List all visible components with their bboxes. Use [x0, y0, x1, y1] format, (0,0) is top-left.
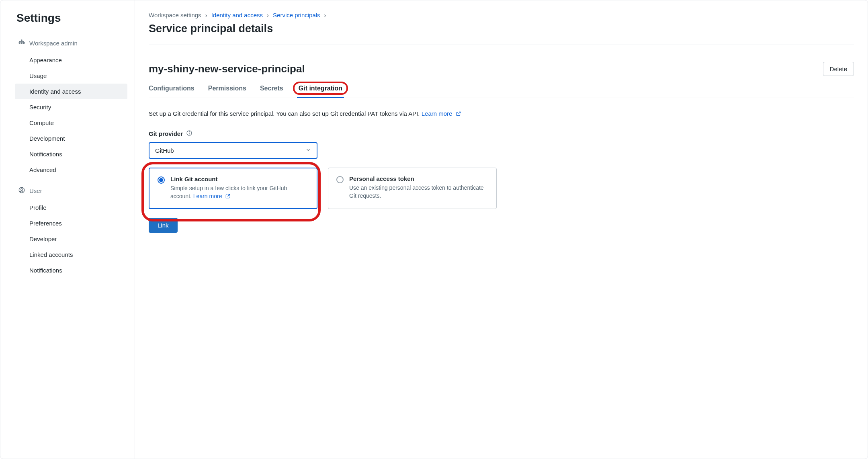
sidebar-item-preferences[interactable]: Preferences — [15, 215, 127, 231]
tab-configurations[interactable]: Configurations — [149, 80, 194, 98]
radio-title: Personal access token — [349, 175, 488, 182]
sidebar-item-compute[interactable]: Compute — [15, 115, 127, 131]
svg-point-5 — [21, 189, 23, 191]
svg-rect-1 — [21, 42, 23, 43]
external-link-icon — [225, 193, 231, 201]
sidebar-item-advanced[interactable]: Advanced — [15, 162, 127, 178]
svg-rect-2 — [23, 42, 25, 43]
select-value: GitHub — [155, 147, 174, 154]
chevron-right-icon: › — [324, 12, 326, 18]
description-text: Set up a Git credential for this service… — [149, 110, 422, 117]
sidebar-item-security[interactable]: Security — [15, 99, 127, 115]
learn-more-link[interactable]: Learn more — [193, 193, 231, 199]
auth-option-link-git-account[interactable]: Link Git account Simple setup in a few c… — [149, 168, 317, 209]
sidebar-item-profile[interactable]: Profile — [15, 200, 127, 215]
sidebar-item-linked-accounts[interactable]: Linked accounts — [15, 247, 127, 262]
sidebar-section-label: Workspace admin — [29, 40, 78, 47]
svg-point-8 — [189, 131, 189, 132]
main-content: Workspace settings › Identity and access… — [135, 0, 868, 459]
tab-label: Git integration — [299, 85, 342, 92]
sidebar-title: Settings — [15, 12, 127, 25]
sidebar-item-appearance[interactable]: Appearance — [15, 52, 127, 68]
radio-desc-text: Use an existing personal access token to… — [349, 184, 484, 199]
sidebar-item-identity-and-access[interactable]: Identity and access — [15, 84, 127, 99]
git-provider-select[interactable]: GitHub — [149, 142, 317, 159]
entity-name: my-shiny-new-service-principal — [149, 63, 305, 75]
sidebar-item-usage[interactable]: Usage — [15, 68, 127, 84]
sidebar-item-development[interactable]: Development — [15, 131, 127, 146]
learn-more-label: Learn more — [422, 110, 452, 117]
breadcrumb-service-principals[interactable]: Service principals — [273, 12, 320, 18]
radio-icon — [158, 176, 165, 184]
git-integration-description: Set up a Git credential for this service… — [149, 109, 854, 119]
auth-method-options: Link Git account Simple setup in a few c… — [149, 168, 854, 209]
user-icon — [18, 186, 25, 195]
workspace-admin-icon — [18, 39, 25, 47]
highlight-annotation: Git integration — [293, 82, 348, 95]
svg-point-3 — [21, 40, 22, 41]
sidebar-item-user-notifications[interactable]: Notifications — [15, 262, 127, 278]
breadcrumb-identity-and-access[interactable]: Identity and access — [211, 12, 263, 18]
page-title: Service principal details — [149, 23, 854, 45]
sidebar-section-label: User — [29, 187, 42, 194]
git-provider-label: Git provider — [149, 130, 854, 137]
tabs: Configurations Permissions Secrets Git i… — [149, 80, 854, 98]
breadcrumb-workspace-settings: Workspace settings — [149, 12, 201, 18]
radio-icon — [336, 176, 344, 183]
delete-button[interactable]: Delete — [823, 62, 854, 76]
sidebar-section-user: User — [15, 183, 127, 198]
svg-rect-0 — [19, 42, 20, 43]
field-label-text: Git provider — [149, 130, 183, 137]
breadcrumb: Workspace settings › Identity and access… — [149, 12, 854, 18]
radio-description: Use an existing personal access token to… — [349, 184, 488, 200]
tab-git-integration[interactable]: Git integration — [297, 80, 344, 98]
chevron-down-icon — [305, 147, 311, 154]
learn-more-label: Learn more — [193, 193, 222, 199]
sidebar-item-notifications[interactable]: Notifications — [15, 146, 127, 162]
settings-sidebar: Settings Workspace admin Appearance Usag… — [0, 0, 135, 459]
chevron-right-icon: › — [205, 12, 207, 18]
chevron-right-icon: › — [267, 12, 269, 18]
sidebar-section-workspace-admin: Workspace admin — [15, 36, 127, 51]
tab-secrets[interactable]: Secrets — [260, 80, 283, 98]
auth-option-personal-access-token[interactable]: Personal access token Use an existing pe… — [328, 168, 497, 209]
radio-title: Link Git account — [170, 176, 309, 182]
radio-description: Simple setup in a few clicks to link you… — [170, 184, 309, 201]
learn-more-link[interactable]: Learn more — [422, 110, 461, 117]
sidebar-item-developer[interactable]: Developer — [15, 231, 127, 247]
link-button[interactable]: Link — [149, 218, 178, 233]
info-icon[interactable] — [186, 130, 192, 137]
external-link-icon — [456, 110, 461, 119]
tab-permissions[interactable]: Permissions — [208, 80, 246, 98]
